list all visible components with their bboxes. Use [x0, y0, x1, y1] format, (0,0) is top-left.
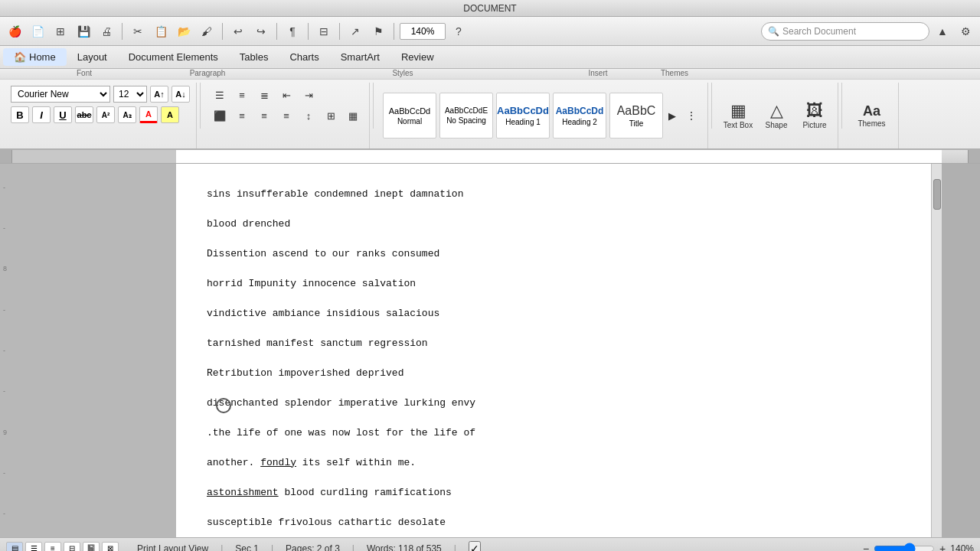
- view-outline-btn[interactable]: ≡: [44, 542, 61, 552]
- indent-increase-btn[interactable]: ⇥: [299, 86, 318, 104]
- help-btn[interactable]: ?: [449, 21, 469, 41]
- brush-btn[interactable]: 🖌: [197, 21, 217, 41]
- text-box-label: Text Box: [724, 121, 753, 129]
- print-btn[interactable]: 🖨: [96, 21, 116, 41]
- font-size-select[interactable]: 12: [113, 86, 147, 103]
- styles-more-icon: ⋮: [686, 109, 697, 122]
- style-heading1[interactable]: AaBbCcDd Heading 1: [496, 93, 550, 139]
- menu-review-label: Review: [401, 51, 434, 63]
- grow-font-btn[interactable]: A↑: [150, 86, 168, 103]
- align-center-btn[interactable]: ≡: [232, 106, 252, 125]
- scrollbar-thumb[interactable]: [933, 179, 941, 210]
- style-no-spacing[interactable]: AaBbCcDdE No Spacing: [439, 93, 493, 139]
- paragraph-group-label: Paragraph: [158, 69, 257, 79]
- italic-btn[interactable]: I: [32, 106, 51, 123]
- indent-decrease-btn[interactable]: ⇤: [276, 86, 296, 104]
- copy-btn[interactable]: 📋: [151, 21, 171, 41]
- underline-btn[interactable]: U: [54, 106, 72, 123]
- shape-btn[interactable]: △ Shape: [760, 94, 793, 137]
- style-normal[interactable]: AaBbCcDd Normal: [383, 93, 436, 139]
- new-btn[interactable]: 📄: [28, 21, 47, 41]
- menu-tables[interactable]: Tables: [229, 48, 279, 66]
- apple-menu-btn[interactable]: 🍎: [5, 21, 24, 41]
- menu-smartart-label: SmartArt: [341, 51, 380, 63]
- highlight-btn[interactable]: A: [161, 106, 179, 123]
- border-btn[interactable]: ⊞: [321, 106, 341, 125]
- menu-home-label: Home: [29, 51, 56, 63]
- search-icon: 🔍: [768, 26, 779, 37]
- styles-more-btn[interactable]: ⋮: [681, 94, 701, 137]
- view-publish-btn[interactable]: ⊟: [64, 542, 80, 552]
- align-left-btn[interactable]: ⬛: [210, 106, 230, 125]
- style-title[interactable]: AaBbC Title: [609, 93, 663, 139]
- save-btn[interactable]: 💾: [74, 21, 93, 41]
- font-color-btn[interactable]: A: [139, 106, 158, 123]
- ruler-left-margin: [0, 150, 176, 163]
- options-btn[interactable]: ⚙: [956, 21, 975, 41]
- ruler-main: /* ticks done in CSS */: [176, 150, 942, 163]
- menu-home[interactable]: 🏠 Home: [3, 48, 67, 66]
- vertical-scrollbar[interactable]: [931, 164, 942, 537]
- align-justify-btn[interactable]: ≡: [276, 106, 296, 125]
- menu-charts-label: Charts: [289, 51, 318, 63]
- sep2: [222, 23, 223, 40]
- menu-charts[interactable]: Charts: [279, 48, 329, 66]
- zoom-box[interactable]: 140%: [400, 23, 446, 40]
- align-right-btn[interactable]: ≡: [254, 106, 274, 125]
- zoom-slider[interactable]: [874, 543, 935, 552]
- menu-document-elements[interactable]: Document Elements: [118, 48, 229, 66]
- pilcrow-btn[interactable]: ¶: [283, 21, 302, 41]
- menu-smartart[interactable]: SmartArt: [330, 48, 390, 66]
- text-box-btn[interactable]: ▦ Text Box: [721, 94, 755, 137]
- cut-btn[interactable]: ✂: [128, 21, 148, 41]
- view-draft-btn[interactable]: ☰: [25, 542, 42, 552]
- list-ordered-btn[interactable]: ≡: [232, 86, 252, 104]
- doc-wrapper: sins insufferable condemned inept damnat…: [176, 164, 942, 537]
- menu-review[interactable]: Review: [390, 48, 445, 66]
- subscript-btn[interactable]: A₂: [118, 106, 136, 123]
- style-title-preview: AaBbC: [617, 104, 656, 118]
- line-spacing-btn[interactable]: ↕: [299, 106, 318, 125]
- ruler-left-btn[interactable]: [0, 150, 12, 164]
- styles-group: AaBbCcDd Normal AaBbCcDdE No Spacing AaB…: [377, 83, 708, 148]
- flag-btn[interactable]: ⚑: [368, 21, 388, 41]
- superscript-btn[interactable]: A²: [96, 106, 115, 123]
- list-multilevel-btn[interactable]: ≣: [254, 86, 274, 104]
- menu-layout[interactable]: Layout: [67, 48, 118, 66]
- view-btn[interactable]: ⊟: [314, 21, 334, 41]
- spell-check-btn[interactable]: ✓: [469, 541, 481, 552]
- undo-btn[interactable]: ↩: [228, 21, 248, 41]
- collapse-btn[interactable]: ▲: [933, 21, 952, 41]
- share-btn[interactable]: ↗: [345, 21, 365, 41]
- view-notebook-btn[interactable]: 📓: [83, 542, 100, 552]
- search-box[interactable]: 🔍 Search Document: [761, 22, 929, 41]
- text-vindictive: vindictive ambiance insidious salacious: [207, 308, 439, 319]
- list-unordered-btn[interactable]: ☰: [210, 86, 230, 104]
- view-print-layout-btn[interactable]: ▤: [6, 542, 23, 552]
- zoom-in-btn[interactable]: +: [939, 543, 946, 552]
- shrink-font-btn[interactable]: A↓: [172, 86, 190, 103]
- style-heading2[interactable]: AaBbCcDd Heading 2: [553, 93, 606, 139]
- ribbon: Font Paragraph Styles Insert Themes Cour…: [0, 69, 980, 150]
- picture-btn[interactable]: 🖼 Picture: [798, 94, 831, 137]
- right-margin: [942, 164, 980, 537]
- strikethrough-btn[interactable]: abc: [75, 106, 93, 123]
- grid-btn[interactable]: ⊞: [51, 21, 70, 41]
- document-area[interactable]: sins insufferable condemned inept damnat…: [176, 164, 942, 537]
- themes-btn[interactable]: Aa Themes: [855, 94, 889, 137]
- text-another: another. fondly its self within me.: [207, 457, 416, 468]
- paste-btn[interactable]: 📂: [174, 21, 194, 41]
- shading-btn[interactable]: ▦: [343, 106, 363, 125]
- view-focus-btn[interactable]: ⊠: [102, 542, 119, 552]
- redo-btn[interactable]: ↪: [251, 21, 271, 41]
- bold-btn[interactable]: B: [11, 106, 29, 123]
- text-astonishment: astonishment: [207, 487, 279, 498]
- sep-para-styles: [373, 83, 374, 129]
- font-name-select[interactable]: Courier New: [11, 86, 110, 103]
- text-its-self: its self within me.: [296, 457, 416, 468]
- zoom-value: 140%: [411, 26, 435, 37]
- picture-label: Picture: [802, 121, 826, 129]
- zoom-out-btn[interactable]: −: [863, 543, 869, 552]
- styles-scroll-btn[interactable]: ▶: [666, 94, 678, 137]
- ruler-right-btn[interactable]: [968, 150, 980, 164]
